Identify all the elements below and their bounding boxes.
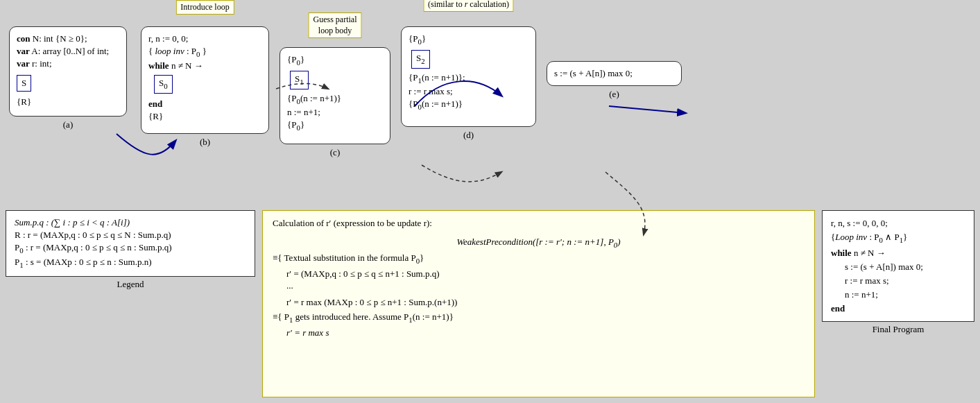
legend-line2: R : r = (MAXp,q : 0 ≤ p ≤ q ≤ N : Sum.p.… xyxy=(15,229,246,241)
diagram-b: Introduce loop r, n := 0, 0; { loop inv … xyxy=(141,26,269,148)
calc-container: Calculation of r′ (expression to be upda… xyxy=(262,210,815,397)
calc-box: Calculation of r′ (expression to be upda… xyxy=(262,210,815,397)
diagram-a-box: con N: int {N ≥ 0}; var A: array [0..N] … xyxy=(9,26,127,117)
final-line1: r, n, s := 0, 0, 0; xyxy=(831,216,965,230)
diagram-a-line3: var r: int; xyxy=(17,58,119,70)
calc-line2: ≡{ Textual substitution in the formula P… xyxy=(273,251,805,267)
annot-calc-s: Calculate updated s(similar to r calcula… xyxy=(423,0,514,12)
final-box: r, n, s := 0, 0, 0; {Loop inv : P0 ∧ P1}… xyxy=(822,210,974,322)
diagram-d-p0n: {P0(n := n+1)} xyxy=(409,98,528,112)
legend-container: Sum.p.q : (∑ i : p ≤ i < q : A[i]) R : r… xyxy=(6,210,255,397)
diagram-a-label: (a) xyxy=(9,119,127,130)
diagram-e-sassign: s := (s + A[n]) max 0; xyxy=(554,67,674,80)
diagram-b-line1: r, n := 0, 0; xyxy=(148,33,261,45)
annot-guess-loop: Guess partialloop body xyxy=(309,12,362,38)
final-line6: n := n+1; xyxy=(845,288,965,302)
legend-line4: P1 : s = (MAXp : 0 ≤ p ≤ n : Sum.p.n) xyxy=(15,256,246,271)
diagram-b-r: {R} xyxy=(148,110,261,123)
diagram-a-line2: var A: array [0..N] of int; xyxy=(17,45,119,58)
diagram-c-p0-bot: {P0} xyxy=(287,119,383,133)
diagram-b-label: (b) xyxy=(141,137,269,148)
diagram-e-box: s := (s + A[n]) max 0; xyxy=(547,61,682,86)
diagram-e: s := (s + A[n]) max 0; (e) xyxy=(547,61,682,100)
diagram-e-label: (e) xyxy=(547,89,682,100)
legend-line3: P0 : r = (MAXp,q : 0 ≤ p ≤ q ≤ n : Sum.p… xyxy=(15,241,246,256)
diagram-b-line2: { loop inv : P0 } xyxy=(148,45,261,60)
diagram-c-nassign: n := n+1; xyxy=(287,106,383,119)
diagram-d-rassign: r := r max s; xyxy=(409,85,528,98)
diagram-a-s: S xyxy=(17,75,119,92)
diagram-c: Guess partialloop body {P0} S1 {P0(n := … xyxy=(280,47,390,158)
calc-line5: ≡{ P1 gets introduced here. Assume P1(n … xyxy=(273,310,805,326)
legend-line1: Sum.p.q : (∑ i : p ≤ i < q : A[i]) xyxy=(15,216,246,229)
diagram-d-p0: {P0} xyxy=(409,33,528,47)
final-end: end xyxy=(831,302,965,316)
calc-title: Calculation of r′ (expression to be upda… xyxy=(273,216,805,231)
final-line2: {Loop inv : P0 ∧ P1} xyxy=(831,230,965,246)
calc-line4: r′ = r max (MAXp : 0 ≤ p ≤ n+1 : Sum.p.(… xyxy=(286,295,805,310)
final-line4: s := (s + A[n]) max 0; xyxy=(845,260,965,274)
bottom-row: Sum.p.q : (∑ i : p ≤ i < q : A[i]) R : r… xyxy=(6,210,974,397)
diagram-d-box: {P0} S2 {P1(n := n+1)}; r := r max s; {P… xyxy=(401,26,536,127)
diagram-c-p0n: {P0(n := n+1)} xyxy=(287,92,383,107)
final-line5: r := r max s; xyxy=(845,274,965,288)
diagram-c-p0-top: {P0} xyxy=(287,53,383,68)
legend-title: Legend xyxy=(6,279,255,290)
annot-intro-loop: Introduce loop xyxy=(175,0,234,15)
diagram-d-p1n: {P1(n := n+1)}; xyxy=(409,71,528,86)
diagram-a: con N: int {N ≥ 0}; var A: array [0..N] … xyxy=(9,26,127,130)
final-line3: while n ≠ N → xyxy=(831,246,965,260)
diagram-b-s0: S0 xyxy=(154,75,261,94)
main-container: con N: int {N ≥ 0}; var A: array [0..N] … xyxy=(0,0,980,403)
diagram-b-line3: while n ≠ N → xyxy=(148,60,261,72)
calc-line1: WeakestPrecondition([r := r′; n := n+1],… xyxy=(273,235,805,251)
calc-line6: r′ = r max s xyxy=(286,326,805,341)
calc-line3: r′ = (MAXp,q : 0 ≤ p ≤ q ≤ n+1 : Sum.p.q… xyxy=(286,267,805,282)
final-title: Final Program xyxy=(822,324,974,335)
calc-ellipsis: ··· xyxy=(286,281,805,295)
legend-box: Sum.p.q : (∑ i : p ≤ i < q : A[i]) R : r… xyxy=(6,210,255,277)
diagram-a-line1: con N: int {N ≥ 0}; xyxy=(17,33,119,45)
diagram-c-s1: S1 xyxy=(290,71,383,89)
diagram-c-label: (c) xyxy=(280,147,390,158)
diagram-b-end: end xyxy=(148,98,261,110)
diagram-b-box: r, n := 0, 0; { loop inv : P0 } while n … xyxy=(141,26,269,134)
diagram-d-s2: S2 xyxy=(411,50,528,69)
diagram-a-r: {R} xyxy=(17,96,119,108)
top-row: con N: int {N ≥ 0}; var A: array [0..N] … xyxy=(6,6,974,207)
diagram-c-box: {P0} S1 {P0(n := n+1)} n := n+1; {P0} xyxy=(280,47,390,144)
final-container: r, n, s := 0, 0, 0; {Loop inv : P0 ∧ P1}… xyxy=(822,210,974,397)
diagram-d-label: (d) xyxy=(401,130,536,141)
diagram-d: Calculate updated s(similar to r calcula… xyxy=(401,26,536,141)
